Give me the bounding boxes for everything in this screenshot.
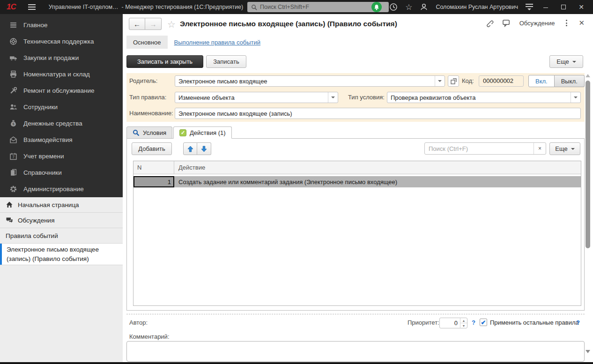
table-row[interactable]: 1 Создать задание или комментарий задани…: [133, 176, 581, 187]
sidebar-window-event-rules[interactable]: Правила событий: [0, 228, 123, 244]
sidebar-item-money[interactable]: $ Денежные средства: [0, 115, 123, 132]
discussion-link[interactable]: Обсуждение: [519, 20, 555, 27]
code-field: 000000002: [479, 75, 524, 87]
tab-conditions[interactable]: Условия: [126, 126, 172, 139]
name-field[interactable]: Электронное письмо входящее (запись): [175, 108, 581, 119]
close-window-button[interactable]: ✕: [576, 3, 586, 11]
splitter-handle[interactable]: [126, 314, 585, 314]
priority-value[interactable]: 0: [440, 318, 460, 328]
rule-type-dropdown-icon[interactable]: [328, 92, 338, 103]
apply-rest-label[interactable]: Применить остальные правила: [490, 319, 579, 326]
actions-more-label: Еще: [555, 145, 567, 152]
parent-dropdown-icon[interactable]: [435, 76, 445, 86]
sidebar-item-label: Главное: [23, 22, 48, 29]
minimize-button[interactable]: [541, 3, 551, 11]
service-menu-icon[interactable]: [526, 4, 533, 10]
get-link-icon[interactable]: [485, 19, 494, 27]
menu-lines-icon: [9, 21, 17, 29]
sidebar-item-discussions[interactable]: Обсуждения: [0, 213, 123, 228]
toggle-on-button[interactable]: Вкл.: [528, 75, 555, 87]
apply-rest-help-link[interactable]: ?: [576, 319, 580, 326]
gear-icon: [9, 185, 17, 193]
actions-search-input[interactable]: Поиск (Ctrl+F) ×: [424, 142, 546, 155]
global-search-input[interactable]: Поиск Ctrl+Shift+F: [247, 2, 389, 12]
truck-icon: [9, 54, 17, 62]
rule-type-field[interactable]: Изменение объекта: [175, 92, 338, 103]
priority-help-link[interactable]: ?: [472, 319, 475, 326]
save-button[interactable]: Записать: [206, 55, 246, 68]
more-commands-button[interactable]: Еще: [549, 55, 583, 68]
move-down-button[interactable]: [197, 142, 211, 155]
scroll-down-icon[interactable]: [586, 350, 590, 353]
notifications-button[interactable]: [371, 2, 382, 12]
page-title: Электронное письмо входящее (запись) (Пр…: [180, 20, 397, 28]
sidebar-item-interactions[interactable]: Взаимодействия: [0, 132, 123, 148]
form-scrollbar[interactable]: [585, 74, 591, 353]
close-form-button[interactable]: ✕: [578, 19, 585, 27]
condition-type-label: Тип условия:: [348, 92, 385, 103]
envelope-icon: [9, 136, 17, 144]
row-number-cell[interactable]: 1: [133, 176, 174, 187]
sidebar-window-active-email-rule[interactable]: Электронное письмо входящее (запись) (Пр…: [0, 244, 123, 265]
parent-open-button[interactable]: [448, 75, 459, 87]
link-rule-execution[interactable]: Выполнение правила событий: [174, 39, 261, 46]
apply-rest-checkbox[interactable]: ✔: [480, 319, 487, 326]
sidebar-item-purchases-sales[interactable]: Закупки и продажи: [0, 50, 123, 66]
tab-actions-label: Действия (1): [190, 129, 225, 136]
form-navigation: Основное Выполнение правила событий: [123, 36, 260, 49]
sidebar-item-nomenclature-warehouse[interactable]: Номенклатура и склад: [0, 66, 123, 82]
spin-up-icon[interactable]: ▲: [460, 318, 467, 323]
books-icon: [9, 169, 17, 177]
maximize-button[interactable]: [558, 3, 569, 11]
row-action-cell[interactable]: Создать задание или комментарий задания …: [174, 176, 581, 187]
chat-icon: [6, 216, 13, 224]
history-icon[interactable]: [389, 3, 398, 11]
scrollbar-thumb[interactable]: [586, 81, 590, 248]
scroll-up-icon[interactable]: [586, 74, 590, 77]
sidebar-item-time-tracking[interactable]: 7 Учет времени: [0, 148, 123, 164]
column-header-n[interactable]: N: [133, 161, 174, 174]
sidebar-item-label: Правила событий: [6, 232, 58, 239]
actions-more-button[interactable]: Еще: [549, 142, 580, 155]
sidebar-item-label: Денежные средства: [23, 120, 82, 127]
main-menu-icon[interactable]: [28, 4, 36, 10]
move-up-button[interactable]: [183, 142, 197, 155]
command-bar: Записать и закрыть Записать Еще: [123, 55, 593, 69]
comment-input[interactable]: [126, 341, 585, 362]
table-header-row: N Действие: [133, 161, 581, 174]
name-label: Наименование:: [129, 108, 173, 119]
add-button[interactable]: Добавить: [132, 142, 172, 155]
add-favorite-star-icon[interactable]: ☆: [167, 19, 176, 30]
spin-down-icon[interactable]: ▼: [460, 323, 467, 328]
sidebar-item-administration[interactable]: Администрирование: [0, 181, 123, 197]
sidebar-item-employees[interactable]: Сотрудники: [0, 99, 123, 115]
discussion-icon[interactable]: [502, 19, 511, 27]
forward-button[interactable]: →: [145, 18, 162, 30]
parent-field[interactable]: Электронное письмо входящее: [175, 75, 445, 87]
priority-stepper[interactable]: 0 ▲ ▼: [439, 318, 467, 328]
sidebar-item-home[interactable]: Начальная страница: [0, 197, 123, 213]
condition-type-field[interactable]: Проверка реквизитов объекта: [387, 92, 581, 103]
sidebar-item-repair-maintenance[interactable]: Ремонт и обслуживание: [0, 82, 123, 99]
clear-search-icon[interactable]: ×: [534, 143, 546, 154]
more-options-dots-icon[interactable]: [563, 19, 570, 27]
tab-actions[interactable]: ✓ Действия (1): [173, 126, 231, 139]
toggle-off-button[interactable]: Выкл.: [555, 75, 585, 87]
save-and-close-button[interactable]: Записать и закрыть: [126, 55, 203, 68]
window-titlebar: 1С Управление IT-отделом… - Менеджер тес…: [0, 0, 593, 14]
money-bag-icon: $: [9, 119, 17, 127]
sidebar-item-label: Справочники: [23, 169, 62, 176]
tab-main[interactable]: Основное: [126, 36, 168, 49]
condition-type-dropdown-icon[interactable]: [571, 92, 580, 103]
sidebar-item-tech-support[interactable]: Техническая поддержка: [0, 33, 123, 50]
sidebar-item-directories[interactable]: Справочники: [0, 164, 123, 181]
favorites-star-icon[interactable]: ☆: [405, 3, 412, 11]
rule-type-value: Изменение объекта: [175, 94, 328, 101]
user-icon[interactable]: [420, 3, 428, 11]
condition-type-value: Проверка реквизитов объекта: [387, 94, 571, 101]
column-header-action[interactable]: Действие: [174, 161, 581, 174]
sidebar: Главное Техническая поддержка Закупки и …: [0, 14, 123, 364]
sidebar-item-main[interactable]: Главное: [0, 17, 123, 33]
back-button[interactable]: ←: [129, 18, 145, 30]
form-header: ← → ☆ Электронное письмо входящее (запис…: [123, 18, 593, 32]
